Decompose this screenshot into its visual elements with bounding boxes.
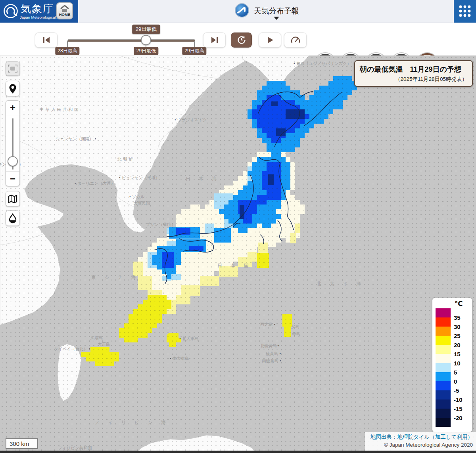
reload-clock-icon xyxy=(236,35,247,45)
map-graphics xyxy=(0,55,476,453)
forecast-title: 朝の最低気温 11月29日の予想 xyxy=(360,65,467,74)
zoom-in-button[interactable]: + xyxy=(6,101,19,115)
speed-button[interactable] xyxy=(284,32,307,48)
skip-end-icon xyxy=(209,35,220,45)
map-attribution: 地図出典：地理院タイル（加工して利用） © Japan Meteorologic… xyxy=(365,432,476,451)
slider-tick-label: 29日最低 xyxy=(134,47,158,55)
legend-row xyxy=(436,418,451,427)
reload-button[interactable] xyxy=(231,32,252,48)
forecast-map[interactable]: 中華人民共和国シェンヤン（瀋陽）ペキン（北京）北朝鮮ピョンヤン（平壌）ターリエン… xyxy=(0,55,476,453)
page-title: 天気分布予報 xyxy=(254,6,299,16)
home-button[interactable]: HOME xyxy=(56,2,73,19)
slider-handle[interactable] xyxy=(141,35,151,45)
legend-row: -5 xyxy=(436,381,451,390)
legend-swatch xyxy=(436,336,451,345)
legend-value: 0 xyxy=(454,378,457,385)
forecast-issued: （2025年11月28日05時発表） xyxy=(360,76,467,83)
jma-logo-icon xyxy=(3,3,19,19)
legend-value: -15 xyxy=(454,405,463,412)
scale-bar: 300 km xyxy=(6,438,38,449)
forecast-info-box: 朝の最低気温 11月29日の予想 （2025年11月28日05時発表） xyxy=(354,60,473,87)
grid-icon xyxy=(457,3,473,19)
legend-swatch xyxy=(436,354,451,363)
play-button[interactable] xyxy=(259,32,281,48)
temperature-legend: ℃ 35302520151050-5-10-15-20 xyxy=(432,298,472,432)
legend-swatch xyxy=(436,317,451,327)
legend-value: -5 xyxy=(454,387,459,394)
app-header: 気象庁 Japan Meteorological Agency HOME 天気分… xyxy=(0,0,476,23)
fullscreen-button[interactable] xyxy=(6,61,20,76)
legend-row: 20 xyxy=(436,336,451,345)
legend-row: 35 xyxy=(436,308,451,317)
home-icon xyxy=(60,5,69,13)
legend-swatch xyxy=(436,308,451,317)
fullscreen-icon xyxy=(8,65,17,73)
legend-row: 10 xyxy=(436,354,451,363)
legend-row: 30 xyxy=(436,317,451,327)
bottom-bar xyxy=(0,451,476,453)
legend-unit: ℃ xyxy=(455,300,463,308)
legend-swatch xyxy=(436,327,451,336)
slider-tick-label: 28日最高 xyxy=(55,47,79,55)
home-label: HOME xyxy=(57,12,72,17)
slider-tooltip: 29日最低 xyxy=(132,25,160,34)
location-pin-icon xyxy=(8,84,17,94)
legend-value: 25 xyxy=(454,333,461,339)
map-icon xyxy=(8,194,17,204)
slider-tick xyxy=(67,41,68,47)
water-drop-icon xyxy=(8,213,17,224)
legend-row: 25 xyxy=(436,327,451,336)
zoom-out-button[interactable]: − xyxy=(6,171,19,186)
chevron-down-icon[interactable] xyxy=(274,17,279,20)
basemap-button[interactable] xyxy=(6,191,20,206)
skip-start-icon xyxy=(41,35,52,45)
agency-name: 気象庁 xyxy=(21,2,54,16)
location-button[interactable] xyxy=(6,81,20,96)
legend-row: -15 xyxy=(436,399,451,409)
legend-swatch xyxy=(436,390,451,399)
legend-swatch xyxy=(436,381,451,390)
legend-row: 5 xyxy=(436,363,451,372)
scale-label: 300 km xyxy=(10,440,29,447)
attribution-source-link[interactable]: 地図出典：地理院タイル（加工して利用） xyxy=(370,433,473,441)
slider-tick-label: 29日最高 xyxy=(182,47,206,55)
legend-row: 15 xyxy=(436,345,451,354)
legend-row: -20 xyxy=(436,409,451,418)
skip-to-end-button[interactable] xyxy=(203,32,226,48)
skip-to-start-button[interactable] xyxy=(35,32,58,48)
legend-row: 0 xyxy=(436,372,451,381)
legend-swatch xyxy=(436,399,451,409)
legend-value: -20 xyxy=(454,415,463,421)
attribution-copyright: © Japan Meteorological Agency 2020 xyxy=(370,441,473,449)
zoom-slider-handle[interactable] xyxy=(8,156,18,166)
slider-tick xyxy=(194,41,195,47)
zoom-control: + − xyxy=(6,100,20,186)
slider-track[interactable] xyxy=(67,39,195,42)
time-slider[interactable]: 28日最高29日最低29日最高 29日最低 xyxy=(67,32,194,55)
apps-grid-button[interactable] xyxy=(454,0,476,23)
playback-toolbar: 28日最高29日最低29日最高 29日最低 xyxy=(0,23,476,55)
precipitation-layer-button[interactable] xyxy=(6,210,20,226)
legend-value: 5 xyxy=(454,369,457,376)
legend-swatch xyxy=(436,363,451,372)
jma-brand[interactable]: 気象庁 Japan Meteorological Agency HOME xyxy=(0,0,78,23)
legend-swatch xyxy=(436,372,451,381)
legend-value: 20 xyxy=(454,342,461,348)
legend-swatch xyxy=(436,418,451,427)
legend-value: -10 xyxy=(454,396,463,403)
taiwan xyxy=(58,344,81,401)
gauge-icon xyxy=(290,35,301,45)
legend-value: 10 xyxy=(454,360,461,367)
forecast-map-icon xyxy=(235,3,249,17)
legend-value: 15 xyxy=(454,351,461,357)
legend-value: 35 xyxy=(454,314,461,321)
legend-value: 30 xyxy=(454,323,461,330)
play-icon xyxy=(266,36,274,44)
legend-row: -10 xyxy=(436,390,451,399)
legend-swatch xyxy=(436,409,451,418)
legend-swatch xyxy=(436,345,451,354)
